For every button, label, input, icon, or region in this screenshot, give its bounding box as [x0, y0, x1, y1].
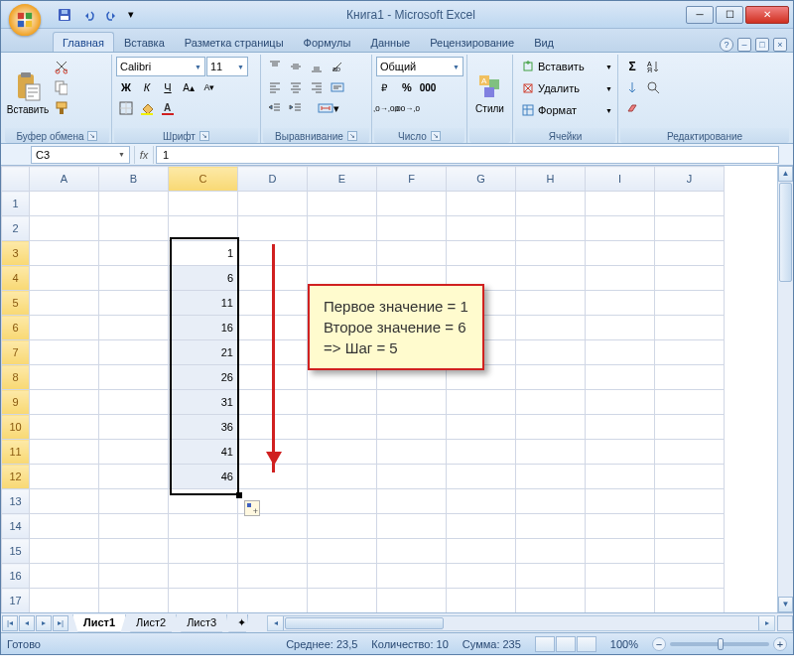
cell-I15[interactable] — [586, 539, 655, 564]
help-icon[interactable]: ? — [720, 38, 733, 52]
cell-B9[interactable] — [99, 390, 169, 415]
col-header-F[interactable]: F — [377, 167, 447, 192]
cell-B2[interactable] — [99, 216, 169, 241]
cell-G14[interactable] — [447, 514, 516, 539]
cell-A10[interactable] — [30, 415, 99, 440]
cell-E1[interactable] — [308, 192, 377, 216]
cell-H3[interactable] — [516, 241, 586, 266]
cell-C15[interactable] — [169, 539, 238, 564]
cell-J15[interactable] — [655, 539, 725, 564]
formula-input[interactable]: 1 — [156, 146, 779, 164]
cell-E10[interactable] — [308, 415, 377, 440]
row-header-4[interactable]: 4 — [2, 266, 30, 291]
cell-C2[interactable] — [169, 216, 238, 241]
format-cells-button[interactable]: Формат▼ — [517, 100, 616, 120]
underline-button[interactable]: Ч — [158, 77, 178, 97]
align-right-icon[interactable] — [307, 77, 327, 97]
styles-button[interactable]: A Стили — [471, 57, 508, 128]
horizontal-scrollbar[interactable]: ◂ ▸ — [267, 615, 775, 631]
cell-G11[interactable] — [447, 440, 516, 465]
view-buttons[interactable] — [535, 636, 596, 652]
cell-A8[interactable] — [30, 365, 99, 390]
cell-I6[interactable] — [586, 316, 655, 340]
col-header-G[interactable]: G — [447, 167, 516, 192]
cell-B8[interactable] — [99, 365, 169, 390]
cell-I13[interactable] — [586, 489, 655, 514]
cell-C3[interactable]: 1 — [169, 241, 238, 266]
tab-view[interactable]: Вид — [524, 32, 564, 52]
shrink-font-icon[interactable]: A▾ — [199, 77, 219, 97]
autofill-options-icon[interactable] — [244, 500, 260, 516]
col-header-C[interactable]: C — [169, 167, 238, 192]
col-header-I[interactable]: I — [586, 167, 655, 192]
merge-cells-icon[interactable]: ▾ — [307, 98, 350, 118]
cell-A17[interactable] — [30, 589, 99, 613]
cell-C16[interactable] — [169, 564, 238, 589]
cell-C5[interactable]: 11 — [169, 291, 238, 316]
cell-H14[interactable] — [516, 514, 586, 539]
fill-handle[interactable] — [236, 492, 242, 498]
cell-H11[interactable] — [516, 440, 586, 465]
cell-G16[interactable] — [447, 564, 516, 589]
cell-J13[interactable] — [655, 489, 725, 514]
clear-icon[interactable] — [622, 98, 642, 118]
row-header-7[interactable]: 7 — [2, 340, 30, 365]
normal-view-icon[interactable] — [535, 636, 555, 652]
undo-icon[interactable] — [78, 5, 98, 25]
cell-A14[interactable] — [30, 514, 99, 539]
new-sheet-icon[interactable]: ✦ — [226, 614, 248, 632]
mdi-restore-icon[interactable]: □ — [755, 38, 769, 52]
wrap-text-icon[interactable] — [328, 77, 347, 97]
row-header-10[interactable]: 10 — [2, 415, 30, 440]
cell-E17[interactable] — [308, 589, 377, 613]
page-break-view-icon[interactable] — [577, 636, 596, 652]
cell-A2[interactable] — [30, 216, 99, 241]
cell-I9[interactable] — [586, 390, 655, 415]
align-left-icon[interactable] — [265, 77, 285, 97]
bold-button[interactable]: Ж — [116, 77, 136, 97]
tab-review[interactable]: Рецензирование — [420, 32, 524, 52]
cell-H6[interactable] — [516, 316, 586, 340]
redo-icon[interactable] — [102, 5, 122, 25]
cell-B3[interactable] — [99, 241, 169, 266]
name-box[interactable]: C3▼ — [31, 146, 130, 164]
number-dialog-icon[interactable]: ↘ — [431, 131, 441, 141]
cell-G17[interactable] — [447, 589, 516, 613]
sheet-tab-1[interactable]: Лист1 — [72, 614, 126, 632]
cell-J2[interactable] — [655, 216, 725, 241]
cell-E9[interactable] — [308, 390, 377, 415]
cell-B14[interactable] — [99, 514, 169, 539]
scroll-left-icon[interactable]: ◂ — [268, 616, 284, 630]
borders-icon[interactable] — [116, 98, 136, 118]
increase-indent-icon[interactable] — [286, 98, 306, 118]
cell-I5[interactable] — [586, 291, 655, 316]
cell-I3[interactable] — [586, 241, 655, 266]
tab-data[interactable]: Данные — [360, 32, 420, 52]
cell-F15[interactable] — [377, 539, 447, 564]
scroll-up-icon[interactable]: ▲ — [778, 166, 793, 182]
cell-I7[interactable] — [586, 340, 655, 365]
close-button[interactable]: ✕ — [745, 6, 789, 24]
alignment-dialog-icon[interactable]: ↘ — [347, 131, 357, 141]
minimize-button[interactable]: ─ — [686, 6, 714, 24]
cell-A15[interactable] — [30, 539, 99, 564]
clipboard-dialog-icon[interactable]: ↘ — [87, 131, 97, 141]
cell-A12[interactable] — [30, 465, 99, 489]
percent-icon[interactable]: % — [397, 77, 417, 97]
cell-C4[interactable]: 6 — [169, 266, 238, 291]
cell-B10[interactable] — [99, 415, 169, 440]
cell-A6[interactable] — [30, 316, 99, 340]
scroll-down-icon[interactable]: ▼ — [778, 597, 793, 612]
cell-H2[interactable] — [516, 216, 586, 241]
cell-A4[interactable] — [30, 266, 99, 291]
cell-I11[interactable] — [586, 440, 655, 465]
cell-J6[interactable] — [655, 316, 725, 340]
cell-H16[interactable] — [516, 564, 586, 589]
decrease-decimal-icon[interactable]: ,00→,0 — [397, 98, 417, 118]
cell-A9[interactable] — [30, 390, 99, 415]
tab-page-layout[interactable]: Разметка страницы — [175, 32, 294, 52]
mdi-close-icon[interactable]: × — [773, 38, 787, 52]
next-sheet-icon[interactable]: ▸ — [36, 615, 52, 631]
cell-H8[interactable] — [516, 365, 586, 390]
cell-G1[interactable] — [447, 192, 516, 216]
